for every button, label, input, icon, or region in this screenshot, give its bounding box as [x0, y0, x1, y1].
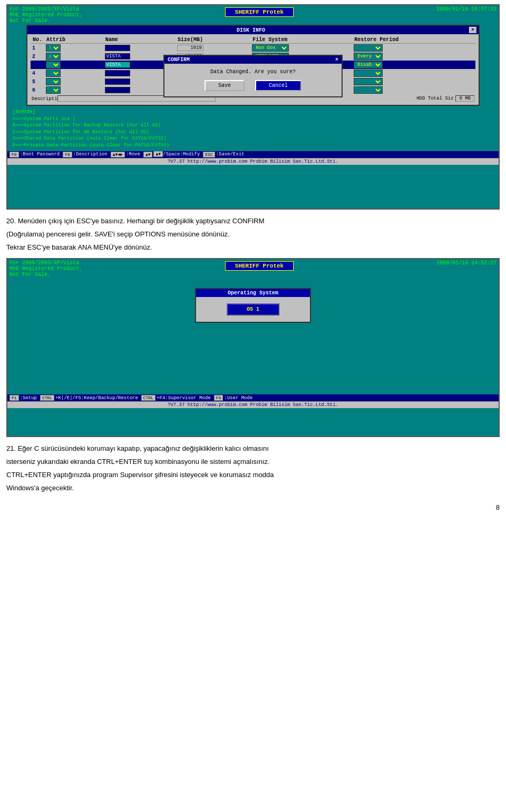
- screen1-top-left: For 2000/2003/XP/Vista MOE Registered Pr…: [9, 6, 82, 24]
- sheriff-button-1[interactable]: SHERIFF Protek: [225, 7, 294, 17]
- disk-info-title-bar: DISK INFO ×: [27, 26, 479, 34]
- restore-dropdown[interactable]: [354, 78, 383, 85]
- restore-dropdown[interactable]: [354, 70, 383, 77]
- name-field[interactable]: [105, 45, 130, 51]
- screen2-top-bar: For 2000/2003/XP/Vista MOE Registered Pr…: [7, 259, 499, 279]
- sheriff-button-2[interactable]: SHERIFF Protek: [225, 261, 294, 271]
- text-line-3: Tekrar ESC'ye basarak ANA MENÜ'ye dönünü…: [6, 242, 500, 253]
- page-number: 8: [6, 499, 500, 516]
- attrib-dropdown[interactable]: S: [46, 44, 61, 52]
- attrib-dropdown[interactable]: T: [46, 61, 61, 68]
- screen1-footer: ?V7.37 http://www.probim.com Probim Bili…: [7, 158, 499, 165]
- screen1-top-right: 2009/01/19 16:57:13: [436, 6, 497, 24]
- screen1-bottom-bar: F8:Boot Password F8:Description ▲▼◄►:Mov…: [7, 151, 499, 158]
- col-size: Size(MB): [176, 36, 250, 44]
- confirm-dialog: CONFIRM × Data Changed. Are you sure? Sa…: [163, 55, 343, 97]
- os-window-title: Operating System: [196, 289, 310, 297]
- text-line-2: (Doğrulama) penceresi gelir. SAVE'i seçi…: [6, 229, 500, 240]
- disk-info-window: DISK INFO × No. Attrib Name Size(MB) Fil…: [26, 25, 480, 106]
- text-after-screens: 21. Eğer C sürücüsündeki korumayı kapatı…: [6, 440, 500, 499]
- text-after-line-2: isterseniz yukarıdaki ekranda CTRL+ENTER…: [6, 457, 500, 468]
- screen2-top-right: 2009/01/19 14:52:27: [436, 260, 497, 278]
- name-field[interactable]: [105, 70, 130, 76]
- os-window: Operating System OS 1: [195, 288, 311, 323]
- text-after-line-4: Windows'a geçecektir.: [6, 483, 500, 494]
- os-screen-area: Operating System OS 1 ↖: [7, 279, 499, 394]
- text-between-screens: 20. Menüden çıkış için ESC'ye basınız. H…: [6, 213, 500, 258]
- fs-dropdown[interactable]: Non Dos: [252, 44, 289, 52]
- col-fs: File System: [250, 36, 352, 44]
- confirm-cancel-button[interactable]: Cancel: [255, 80, 301, 91]
- screen2-footer: ?V7.37 http://www.probim.com Probim Bili…: [7, 401, 499, 408]
- screen-panel-1: For 2000/2003/XP/Vista MOE Registered Pr…: [6, 4, 500, 210]
- confirm-message: Data Changed. Are you sure?: [173, 69, 333, 75]
- hdd-total: HDD Total Siz0 MB: [416, 96, 474, 101]
- confirm-buttons: Save Cancel: [173, 80, 333, 91]
- name-field[interactable]: [105, 62, 130, 68]
- restore-dropdown[interactable]: [354, 86, 383, 94]
- confirm-title-bar: CONFIRM ×: [164, 56, 342, 64]
- attrib-dropdown[interactable]: A: [46, 53, 61, 60]
- text-after-line-3: CTRL+ENTER yaptığınızda program Supervis…: [6, 470, 500, 481]
- screen-panel-2: For 2000/2003/XP/Vista MOE Registered Pr…: [6, 258, 500, 437]
- remark-area: [REMARK] A==>System Parti sta ) B==>Syst…: [11, 108, 495, 150]
- disk-info-title: DISK INFO: [237, 27, 265, 33]
- screen1-inner: DISK INFO × No. Attrib Name Size(MB) Fil…: [7, 25, 499, 151]
- restore-dropdown[interactable]: [354, 44, 383, 52]
- name-field[interactable]: [105, 78, 130, 85]
- screen1-top-bar: For 2000/2003/XP/Vista MOE Registered Pr…: [7, 5, 499, 25]
- col-restore: Restore Period: [352, 36, 475, 44]
- attrib-dropdown[interactable]: .: [46, 86, 61, 94]
- restore-dropdown[interactable]: Disable: [354, 61, 383, 68]
- os-window-content: OS 1: [196, 297, 310, 322]
- os1-button[interactable]: OS 1: [227, 303, 279, 315]
- col-attrib: Attrib: [44, 36, 103, 44]
- name-field[interactable]: [105, 53, 130, 60]
- hdd-value: 0 MB: [455, 95, 474, 102]
- col-num: No.: [31, 36, 44, 44]
- confirm-close[interactable]: ×: [335, 57, 338, 63]
- screen2-top-left: For 2000/2003/XP/Vista MOE Registered Pr…: [9, 260, 82, 278]
- disk-info-close[interactable]: ×: [469, 27, 476, 33]
- confirm-title: CONFIRM: [168, 57, 190, 63]
- text-line-1: 20. Menüden çıkış için ESC'ye basınız. H…: [6, 216, 500, 227]
- attrib-dropdown[interactable]: .: [46, 78, 61, 85]
- confirm-body: Data Changed. Are you sure? Save Cancel: [164, 64, 342, 96]
- table-row: 1SNon Dos: [31, 44, 475, 53]
- name-field[interactable]: [105, 87, 130, 93]
- size-field[interactable]: [177, 45, 203, 51]
- restore-dropdown[interactable]: Every: [354, 53, 383, 60]
- col-name: Name: [103, 36, 176, 44]
- text-after-line-1: 21. Eğer C sürücüsündeki korumayı kapatı…: [6, 443, 500, 454]
- confirm-save-button[interactable]: Save: [205, 80, 245, 91]
- attrib-dropdown[interactable]: .: [46, 70, 61, 77]
- screen2-bottom-bar: F1:Setup CTRL+K|/E|/F5:Keep/Backup/Resto…: [7, 394, 499, 401]
